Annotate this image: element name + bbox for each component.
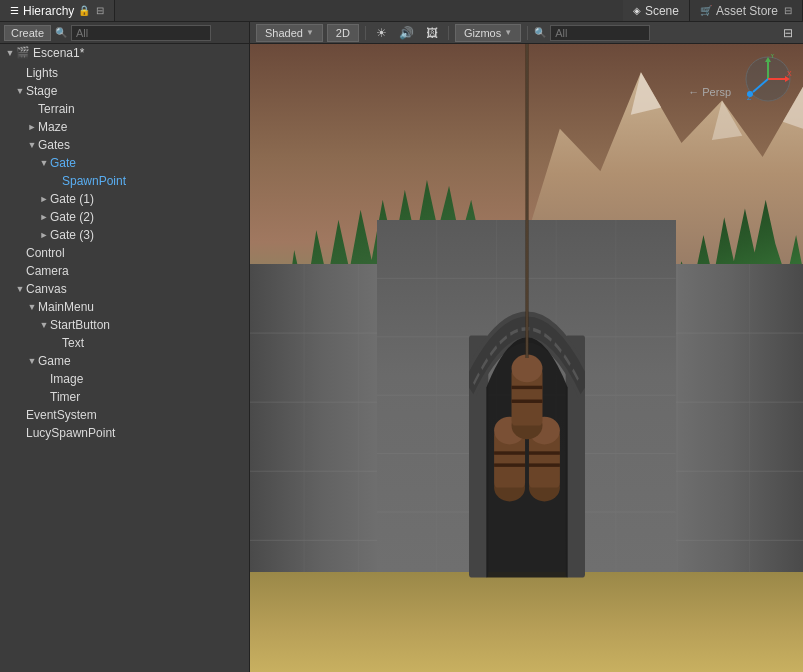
scene-viewport[interactable]: Y X Z ← Persp [250,44,803,672]
scene-toolbar: Shaded 2D ☀ 🔊 🖼 Gizmos 🔍 ⊟ [250,22,803,44]
tab-hierarchy[interactable]: ☰ Hierarchy 🔒 ⊟ [0,0,115,21]
gates-label: Gates [38,138,70,152]
audio-icon-btn[interactable]: 🔊 [395,24,418,42]
scene-root-icon: 🎬 [16,46,30,60]
gate-label: Gate [50,156,76,170]
hierarchy-panel: Create 🔍 🎬 Escena1* Lights Stage [0,22,250,672]
image-effect-btn[interactable]: 🖼 [422,24,442,42]
asset-store-tab-icon: 🛒 [700,5,712,16]
tree-item-control[interactable]: Control [0,244,249,262]
scene-minimize-btn[interactable]: ⊟ [784,5,792,16]
eventsystem-label: EventSystem [26,408,97,422]
top-tab-bar: ☰ Hierarchy 🔒 ⊟ ◈ Scene 🛒 Asset Store ⊟ [0,0,803,22]
image-label: Image [50,372,83,386]
maze-arrow [26,122,38,132]
tree-item-mainmenu[interactable]: MainMenu [0,298,249,316]
tab-asset-store[interactable]: 🛒 Asset Store ⊟ [690,0,803,21]
tree-item-image[interactable]: Image [0,370,249,388]
lock-icon: 🔒 [78,5,90,16]
minimize-btn[interactable]: ⊟ [96,5,104,16]
tree-item-gate3[interactable]: Gate (3) [0,226,249,244]
scene-root-label: Escena1* [33,46,84,60]
gate2-arrow [38,212,50,222]
scene-root-arrow [4,48,16,58]
hierarchy-tab-label: Hierarchy [23,4,74,18]
camera-label: Camera [26,264,69,278]
tree-item-gates[interactable]: Gates [0,136,249,154]
gate2-label: Gate (2) [50,210,94,224]
hierarchy-search-input[interactable] [71,25,211,41]
scene-menu-btn[interactable]: ⊟ [779,24,797,42]
create-button[interactable]: Create [4,25,51,41]
tree-item-eventsystem[interactable]: EventSystem [0,406,249,424]
gates-arrow [26,140,38,150]
search-icon: 🔍 [55,27,67,38]
tree-item-text[interactable]: Text [0,334,249,352]
tree-item-canvas[interactable]: Canvas [0,280,249,298]
persp-label: ← Persp [688,86,731,98]
svg-text:Z: Z [747,94,752,101]
gate1-arrow [38,194,50,204]
tree-item-terrain[interactable]: Terrain [0,100,249,118]
stage-arrow [14,86,26,96]
tree-item-spawnpoint[interactable]: SpawnPoint [0,172,249,190]
tree-item-gate2[interactable]: Gate (2) [0,208,249,226]
scene-root-item[interactable]: 🎬 Escena1* [0,44,249,62]
hierarchy-toolbar: Create 🔍 [0,22,249,44]
tree-item-camera[interactable]: Camera [0,262,249,280]
toolbar-divider2 [448,26,449,40]
sun-icon-btn[interactable]: ☀ [372,24,391,42]
gate1-label: Gate (1) [50,192,94,206]
stage-label: Stage [26,84,57,98]
gizmo-overlay: Y X Z [733,54,793,114]
tree-item-lights[interactable]: Lights [0,64,249,82]
toolbar-divider1 [365,26,366,40]
terrain-label: Terrain [38,102,75,116]
gate3-label: Gate (3) [50,228,94,242]
game-label: Game [38,354,71,368]
svg-point-39 [511,355,542,383]
scene-tab-icon: ◈ [633,5,641,16]
gate3-arrow [38,230,50,240]
2d-button[interactable]: 2D [327,24,359,42]
hierarchy-tree: Lights Stage Terrain Maze Gates [0,62,249,672]
asset-store-tab-label: Asset Store [716,4,778,18]
canvas-label: Canvas [26,282,67,296]
shading-dropdown[interactable]: Shaded [256,24,323,42]
maze-label: Maze [38,120,67,134]
tree-item-startbutton[interactable]: StartButton [0,316,249,334]
scene-3d-view: Y X Z ← Persp [250,44,803,672]
lucyspawnpoint-label: LucySpawnPoint [26,426,115,440]
mainmenu-label: MainMenu [38,300,94,314]
gizmos-dropdown[interactable]: Gizmos [455,24,521,42]
timer-label: Timer [50,390,80,404]
tab-scene[interactable]: ◈ Scene [623,0,690,21]
tree-item-gate[interactable]: Gate [0,154,249,172]
text-label: Text [62,336,84,350]
control-label: Control [26,246,65,260]
tree-item-maze[interactable]: Maze [0,118,249,136]
startbutton-label: StartButton [50,318,110,332]
svg-text:X: X [787,70,792,77]
svg-text:Y: Y [770,54,775,59]
tree-item-gate1[interactable]: Gate (1) [0,190,249,208]
ground-floor [250,572,803,672]
tree-item-timer[interactable]: Timer [0,388,249,406]
toolbar-divider3 [527,26,528,40]
hierarchy-tab-icon: ☰ [10,5,19,16]
tree-item-lucyspawnpoint[interactable]: LucySpawnPoint [0,424,249,442]
spawnpoint-label: SpawnPoint [62,174,126,188]
tree-item-game[interactable]: Game [0,352,249,370]
canvas-arrow [14,284,26,294]
mainmenu-arrow [26,302,38,312]
scene-panel: Shaded 2D ☀ 🔊 🖼 Gizmos 🔍 ⊟ [250,22,803,672]
gate-arrow [38,158,50,168]
main-content-row: Create 🔍 🎬 Escena1* Lights Stage [0,22,803,672]
game-arrow [26,356,38,366]
vertical-pole [525,44,528,358]
tree-item-stage[interactable]: Stage [0,82,249,100]
scene-search-icon: 🔍 [534,27,546,38]
scene-search-input[interactable] [550,25,650,41]
startbutton-arrow [38,320,50,330]
lights-label: Lights [26,66,58,80]
